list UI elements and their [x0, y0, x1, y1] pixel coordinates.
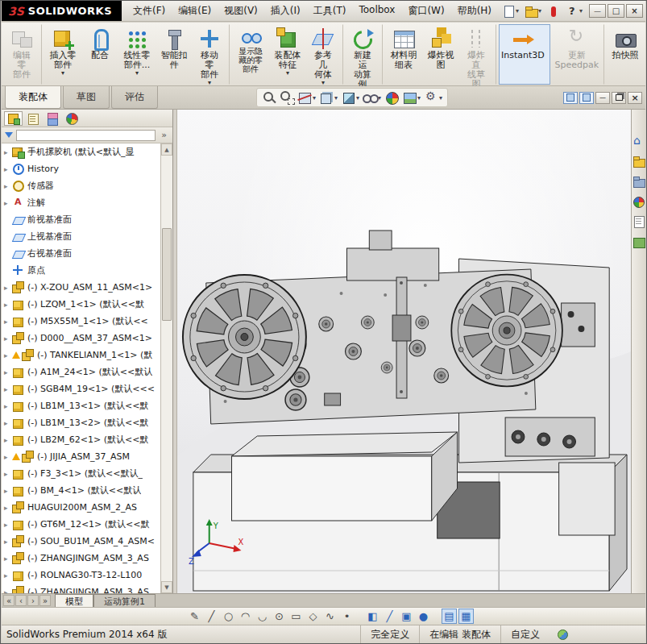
feature-manager-tab[interactable] — [43, 111, 61, 126]
tree-item[interactable]: (-) X-ZOU_ASM_11_ASM<1> — [2, 279, 160, 296]
task-pane-icon[interactable] — [632, 216, 645, 228]
tree-item[interactable]: (-) BM_4<1> (默认<<默认 — [2, 482, 160, 499]
ribbon-button[interactable]: 爆炸视 图 — [422, 24, 459, 85]
expand-arrow-icon[interactable] — [4, 165, 12, 173]
chevron-expand-icon[interactable] — [159, 130, 169, 140]
document-minimize-button[interactable] — [595, 92, 610, 104]
tree-scrollbar[interactable] — [160, 143, 172, 593]
scrollbar-thumb[interactable] — [162, 228, 172, 321]
view-tool-button[interactable] — [424, 90, 442, 105]
sketch-tool-icon[interactable] — [204, 609, 219, 624]
tree-item[interactable]: (-) LB1M_13<2> (默认<<默 — [2, 414, 160, 431]
pane-toggle-icon[interactable] — [579, 92, 594, 104]
sketch-tool-icon[interactable] — [238, 609, 253, 624]
menu-item[interactable]: 插入(I) — [264, 1, 307, 21]
tree-item[interactable]: (-) ROLNAG30-T3-12-L100 — [2, 567, 160, 584]
tree-item[interactable]: (-) ZHANGJINGM_ASM_3_AS — [2, 550, 160, 567]
graphics-viewport[interactable]: Y X Z — [177, 110, 631, 593]
tree-item[interactable]: 手机摞胶机 (默认<默认_显 — [2, 143, 160, 160]
quick-access-button[interactable] — [500, 3, 521, 19]
expand-arrow-icon[interactable] — [4, 385, 12, 393]
view-tool-button[interactable] — [363, 90, 381, 105]
menu-item[interactable]: 帮助(H) — [451, 1, 498, 21]
sketch-tool-icon[interactable] — [442, 609, 457, 624]
menu-item[interactable]: 文件(F) — [126, 1, 172, 21]
expand-arrow-icon[interactable] — [4, 555, 12, 563]
tree-item[interactable]: 注解 — [2, 194, 160, 211]
expand-arrow-icon[interactable] — [4, 182, 12, 190]
sketch-tool-icon[interactable] — [187, 609, 202, 624]
ribbon-button[interactable]: 装配体 特征 — [269, 24, 306, 85]
tree-item[interactable]: History — [2, 160, 160, 177]
tree-item[interactable]: (-) TANKELIANM_1<1> (默 — [2, 347, 160, 364]
tree-item[interactable]: (-) JIJIA_ASM_37_ASM — [2, 448, 160, 465]
expand-arrow-icon[interactable] — [4, 419, 12, 427]
task-pane-icon[interactable] — [632, 236, 645, 248]
command-tab[interactable]: 装配体 — [5, 86, 61, 109]
tree-item[interactable]: 上视基准面 — [2, 228, 160, 245]
ribbon-button[interactable]: 新建运 动算例 — [346, 24, 383, 85]
status-indicator-icon[interactable] — [558, 629, 568, 640]
quick-access-button[interactable] — [545, 3, 562, 19]
sketch-tool-icon[interactable] — [416, 609, 431, 624]
tree-item[interactable]: 原点 — [2, 262, 160, 279]
tree-item[interactable]: (-) D000__ASM_37_ASM<1> — [2, 330, 160, 347]
expand-arrow-icon[interactable] — [4, 318, 12, 326]
sketch-tool-icon[interactable] — [458, 609, 474, 624]
tree-item[interactable]: (-) LB1M_13<1> (默认<<默 — [2, 397, 160, 414]
tree-item[interactable]: (-) F3_3<1> (默认<<默认_ — [2, 465, 160, 482]
expand-arrow-icon[interactable] — [4, 402, 12, 410]
feature-manager-tab[interactable] — [23, 111, 42, 126]
command-tab[interactable]: 草图 — [63, 86, 110, 109]
sketch-tool-icon[interactable] — [272, 609, 287, 624]
maximize-button[interactable] — [608, 4, 624, 18]
task-pane-icon[interactable] — [632, 196, 645, 208]
expand-arrow-icon[interactable] — [4, 334, 12, 343]
view-tool-button[interactable] — [402, 90, 421, 105]
ribbon-button[interactable]: 更新 Speedpak — [553, 24, 604, 85]
sketch-tool-icon[interactable] — [288, 609, 304, 624]
expand-arrow-icon[interactable] — [4, 284, 12, 292]
sketch-tool-icon[interactable] — [339, 609, 355, 624]
expand-arrow-icon[interactable] — [4, 504, 12, 512]
sketch-tool-icon[interactable] — [365, 609, 380, 624]
view-tool-button[interactable] — [297, 90, 316, 105]
view-tool-button[interactable] — [384, 90, 399, 105]
menu-item[interactable]: 视图(V) — [218, 1, 264, 21]
ribbon-button[interactable]: 移动零 部件 — [193, 24, 230, 85]
expand-arrow-icon[interactable] — [4, 571, 12, 580]
expand-arrow-icon[interactable] — [4, 453, 12, 461]
tree-item[interactable]: (-) LZQM_1<1> (默认<<默 — [2, 296, 160, 313]
ribbon-button[interactable]: 编辑零 部件 — [5, 24, 42, 85]
ribbon-button[interactable]: 爆炸直 线草图 — [459, 24, 496, 85]
ribbon-button[interactable]: Instant3D — [499, 24, 550, 85]
tree-item[interactable]: 右视基准面 — [2, 245, 160, 262]
tree-item[interactable]: (-) SGB4M_19<1> (默认<<< — [2, 380, 160, 397]
ribbon-button[interactable]: 插入零 部件 — [44, 24, 81, 85]
study-tab[interactable]: 模型 — [55, 594, 93, 607]
menu-item[interactable]: 编辑(E) — [172, 1, 218, 21]
last-tab-icon[interactable] — [39, 595, 51, 606]
task-pane-icon[interactable] — [632, 135, 645, 147]
tree-item[interactable]: 前视基准面 — [2, 211, 160, 228]
expand-arrow-icon[interactable] — [4, 351, 12, 359]
first-tab-icon[interactable] — [3, 595, 15, 606]
sketch-tool-icon[interactable] — [322, 609, 338, 624]
tree-item[interactable]: (-) SOU_BU1M_ASM_4_ASM< — [2, 533, 160, 550]
custom-menu[interactable]: 自定义 — [500, 625, 550, 643]
menu-item[interactable]: 工具(T) — [307, 1, 353, 21]
expand-arrow-icon[interactable] — [4, 368, 12, 376]
ribbon-button[interactable]: 配合 — [81, 24, 118, 85]
menu-item[interactable]: 窗口(W) — [401, 1, 450, 21]
scroll-up-icon[interactable] — [161, 143, 172, 156]
sketch-tool-icon[interactable] — [399, 609, 414, 624]
view-tool-button[interactable] — [319, 90, 338, 105]
expand-arrow-icon[interactable] — [4, 521, 12, 529]
sketch-tool-icon[interactable] — [382, 609, 397, 624]
scroll-down-icon[interactable] — [161, 581, 172, 593]
view-tool-button[interactable] — [262, 90, 276, 105]
menu-item[interactable]: Toolbox — [352, 1, 401, 21]
tree-item[interactable]: (-) GT6M_12<1> (默认<<默 — [2, 516, 160, 533]
prev-tab-icon[interactable] — [15, 595, 27, 606]
quick-access-button[interactable] — [564, 3, 584, 19]
